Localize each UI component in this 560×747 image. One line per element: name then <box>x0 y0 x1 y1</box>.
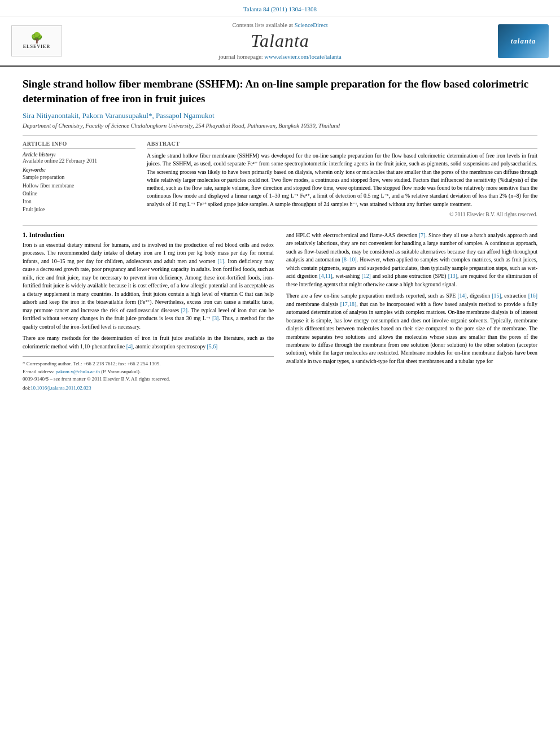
article-affiliation: Department of Chemistry, Faculty of Scie… <box>23 123 537 129</box>
keywords-label: Keywords: <box>23 167 135 173</box>
section-number: 1. <box>23 231 28 238</box>
journal-title: Talanta <box>79 30 481 51</box>
copyright-line: © 2011 Elsevier B.V. All rights reserved… <box>147 212 537 217</box>
elsevier-logo-area: 🌳 ELSEVIER <box>11 25 79 56</box>
info-abstract-layout: ARTICLE INFO Article history: Available … <box>23 141 537 217</box>
article-history-label: Article history: <box>23 152 135 158</box>
intro-paragraph-1: Iron is an essential dietary mineral for… <box>23 241 274 331</box>
top-bar: Talanta 84 (2011) 1304–1308 <box>0 0 560 16</box>
talanta-logo-text: talanta <box>511 37 536 46</box>
journal-homepage-line: journal homepage: www.elsevier.com/locat… <box>79 54 481 60</box>
elsevier-logo-box: 🌳 ELSEVIER <box>11 25 62 56</box>
email-suffix: (P. Varanusupakul). <box>101 369 141 374</box>
right-paragraph-1: and HPLC with electrochemical and flame-… <box>286 231 537 289</box>
page-wrapper: Talanta 84 (2011) 1304–1308 🌳 ELSEVIER C… <box>0 0 560 747</box>
intro-paragraph-2: There are many methods for the determina… <box>23 334 274 351</box>
footnote-email: E-mail address: pakom.v@chula.ac.th (P. … <box>23 368 274 376</box>
elsevier-label: ELSEVIER <box>23 44 50 49</box>
abstract-col: ABSTRACT A single strand hollow fiber me… <box>147 141 537 217</box>
article-info-col: ARTICLE INFO Article history: Available … <box>23 141 135 217</box>
article-content: Single strand hollow fiber membrane (SSH… <box>0 67 560 402</box>
right-paragraph-2: There are a few on-line sample preparati… <box>286 292 537 365</box>
keyword-2: Hollow fiber membrane <box>23 182 135 190</box>
article-available-online: Available online 22 February 2011 <box>23 158 135 164</box>
keyword-4: Iron <box>23 198 135 206</box>
body-columns: 1. Introduction Iron is an essential die… <box>23 231 537 391</box>
talanta-logo-area: talanta <box>481 24 549 58</box>
email-label: E-mail address: <box>23 369 54 374</box>
body-col-left: 1. Introduction Iron is an essential die… <box>23 231 274 391</box>
keyword-3: Online <box>23 190 135 198</box>
issn-line: 0039-9140/$ – see front matter © 2011 El… <box>23 375 274 383</box>
article-authors: Sira Nitiyanontakit, Pakorn Varanusupaku… <box>23 111 537 120</box>
email-link[interactable]: pakom.v@chula.ac.th <box>55 369 100 374</box>
journal-center: Contents lists available at ScienceDirec… <box>79 22 481 60</box>
article-info-title: ARTICLE INFO <box>23 141 135 148</box>
body-col-right: and HPLC with electrochemical and flame-… <box>286 231 537 391</box>
divider-1 <box>23 136 537 136</box>
doi-label: doi: <box>23 385 30 391</box>
footnote-section: * Corresponding author. Tel.: +66 2 218 … <box>23 356 274 391</box>
doi-line: doi:10.1016/j.talanta.2011.02.023 <box>23 385 274 391</box>
keyword-1: Sample preparation <box>23 173 135 181</box>
authors-text: Sira Nitiyanontakit, Pakorn Varanusupaku… <box>23 111 215 120</box>
keyword-5: Fruit juice <box>23 206 135 213</box>
abstract-title: ABSTRACT <box>147 141 537 148</box>
body-divider <box>23 225 537 226</box>
homepage-label: journal homepage: <box>218 54 262 60</box>
section-title: Introduction <box>29 231 64 238</box>
sciencedirect-prefix: Contents lists available at <box>232 22 293 28</box>
sciencedirect-line: Contents lists available at ScienceDirec… <box>79 22 481 28</box>
elsevier-tree-icon: 🌳 <box>30 33 43 43</box>
article-title: Single strand hollow fiber membrane (SSH… <box>23 77 537 106</box>
journal-header: 🌳 ELSEVIER Contents lists available at S… <box>0 16 560 67</box>
sciencedirect-link[interactable]: ScienceDirect <box>295 22 328 28</box>
introduction-heading: 1. Introduction <box>23 231 274 238</box>
talanta-logo-box: talanta <box>498 24 549 58</box>
abstract-text: A single strand hollow fiber membrane (S… <box>147 152 537 208</box>
keywords-list: Sample preparation Hollow fiber membrane… <box>23 173 135 213</box>
journal-citation-link[interactable]: Talanta 84 (2011) 1304–1308 <box>243 6 317 12</box>
footnote-asterisk: * Corresponding author. Tel.: +66 2 218 … <box>23 360 274 368</box>
journal-homepage-link[interactable]: www.elsevier.com/locate/talanta <box>264 54 341 60</box>
doi-link[interactable]: 10.1016/j.talanta.2011.02.023 <box>30 385 91 391</box>
